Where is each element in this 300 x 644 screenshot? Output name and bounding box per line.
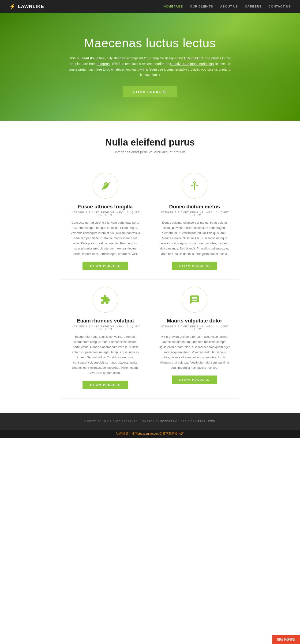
footer-photos-label: PHOTOS BY (142, 420, 159, 423)
footer: © UNTITLED. ALL RIGHTS RESERVED. PHOTOS … (0, 413, 300, 430)
hero-content: Maecenas luctus lectus This is LawnLike,… (68, 36, 232, 98)
feature-btn-3[interactable]: ETIAM POSUERE (83, 381, 128, 389)
nav-links: HOMEPAGE OUR CLIENTS ABOUT US CAREERS CO… (163, 4, 291, 8)
fotogrph-link[interactable]: Fotogrph (97, 62, 110, 66)
nav-careers[interactable]: CAREERS (245, 5, 262, 8)
chat-icon (189, 294, 200, 305)
feature-tagline-4: INTEGER SIT AMET PEDE VEL ARCU ALIQUET P… (159, 325, 230, 330)
feature-name-2: Donec dictum metus (159, 204, 230, 210)
feature-tagline-1: INTEGER SIT AMET PEDE VEL ARCU ALIQUET P… (70, 211, 140, 216)
feature-text-1: Consectetuer adipiscing elit. Nam pede e… (70, 220, 140, 256)
feature-btn-1[interactable]: ETIAM POSUERE (83, 262, 128, 270)
feature-text-2: Donec pulvinar ullamcorper metus. In eu … (159, 220, 230, 256)
hero-title: Maecenas luctus lectus (68, 36, 232, 50)
leaf-icon (100, 180, 111, 191)
nav-about-us[interactable]: ABOUT US (220, 5, 238, 8)
templated-link[interactable]: TEMPLATED (183, 56, 203, 60)
feature-btn-2[interactable]: ETIAM POSUERE (172, 262, 217, 270)
hero-cta-button[interactable]: ETIAM POSUERE (123, 86, 178, 98)
feature-tagline-2: INTEGER SIT AMET PEDE VEL ARCU ALIQUET P… (159, 211, 230, 216)
features-grid: Fusce ultrices fringilla INTEGER SIT AME… (61, 166, 239, 399)
bolt-icon: ⚡ (9, 3, 16, 10)
footer-copyright: © UNTITLED. ALL RIGHTS RESERVED. (84, 420, 139, 423)
feature-name-4: Mauris vulputate dolor (159, 318, 230, 324)
brand: ⚡ LAWNLIKE (9, 3, 44, 10)
hero-section: Maecenas luctus lectus This is LawnLike,… (0, 13, 300, 121)
hero-description: This is LawnLike, a free, fully standard… (68, 56, 232, 78)
feature-btn-4[interactable]: ETIAM POSUERE (172, 376, 217, 384)
features-subtitle: Integer sit amet pede vel arcu aliquet p… (5, 150, 295, 154)
feature-icon-circle-2 (182, 173, 207, 198)
feature-tagline-3: INTEGER SIT AMET PEDE VEL ARCU ALIQUET P… (70, 325, 140, 330)
footer-text: © UNTITLED. ALL RIGHTS RESERVED. PHOTOS … (9, 420, 291, 423)
feature-item-1: Fusce ultrices fringilla INTEGER SIT AME… (61, 166, 150, 280)
brand-name: LAWNLIKE (18, 4, 44, 9)
footer-photos-link[interactable]: FOTOGRPH (160, 420, 177, 423)
feature-text-3: Integer nisl risus, sagittis convallis, … (70, 334, 140, 376)
feature-text-4: Proin gravida orci porttitor enim accums… (159, 334, 230, 370)
anchor-icon (189, 180, 200, 191)
navbar: ⚡ LAWNLIKE HOMEPAGE OUR CLIENTS ABOUT US… (0, 0, 300, 13)
community-banner-text: 访问幽灵小社区bbs.xienlao.com免费下载更多内容 (116, 432, 184, 435)
nav-contact-us[interactable]: CONTACT US (269, 5, 291, 8)
feature-item-3: Etiam rhoncus volutpat INTEGER SIT AMET … (61, 280, 150, 399)
footer-design-link[interactable]: TEMPLATED. (198, 420, 216, 423)
community-banner: 访问幽灵小社区bbs.xienlao.com免费下载更多内容 (0, 430, 300, 438)
feature-item-2: Donec dictum metus INTEGER SIT AMET PEDE… (150, 166, 239, 280)
nav-homepage[interactable]: HOMEPAGE (163, 5, 183, 8)
nav-our-clients[interactable]: OUR CLIENTS (190, 5, 213, 8)
puzzle-icon (100, 294, 111, 305)
creative-commons-link[interactable]: Creative Commons Attribution (170, 62, 214, 66)
feature-item-4: Mauris vulputate dolor INTEGER SIT AMET … (150, 280, 239, 399)
features-section: Nulla eleifend purus Integer sit amet pe… (0, 121, 300, 413)
feature-icon-circle-4 (182, 287, 207, 312)
feature-name-1: Fusce ultrices fringilla (70, 204, 140, 210)
footer-design-label: DESIGN BY (181, 420, 197, 423)
feature-name-3: Etiam rhoncus volutpat (70, 318, 140, 324)
feature-icon-circle-3 (93, 287, 118, 312)
feature-icon-circle-1 (93, 173, 118, 198)
features-title: Nulla eleifend purus (5, 137, 295, 148)
